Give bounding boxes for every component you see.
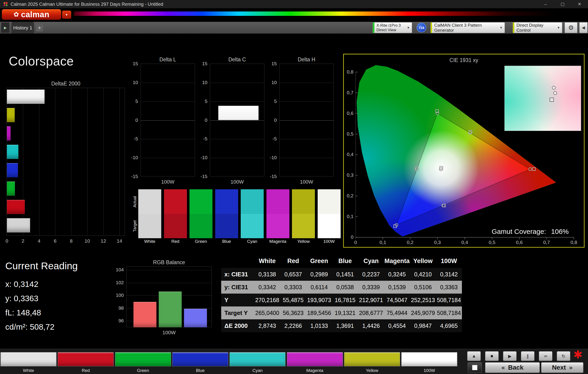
pattern-button-green[interactable]: Green (115, 352, 171, 373)
play-icon: ▶ (508, 353, 512, 359)
table-cell: 55,4875 (280, 294, 306, 307)
pattern-button-label: Blue (172, 368, 228, 373)
pattern-window-button[interactable] (468, 362, 482, 373)
delta-h-ytick: 10 (262, 80, 277, 85)
table-header-yellow: Yellow (410, 254, 436, 268)
swatch-actual-cyan (241, 189, 264, 214)
chevron-down-icon: ▼ (405, 26, 412, 29)
pattern-generator-dropdown[interactable]: CalMAN Client 3 Pattern Generator ▼ (430, 22, 505, 33)
rgb-bar-blue (184, 309, 207, 327)
gear-icon: ⚙ (568, 24, 574, 32)
bottom-bar: WhiteRedGreenBlueCyanMagentaYellow100W ▲… (0, 349, 588, 374)
minimize-button[interactable]: – (537, 0, 554, 8)
pattern-swatch-red (58, 352, 114, 366)
reading-fl: fL: 148,48 (5, 306, 78, 320)
pattern-button-label: White (0, 368, 56, 373)
window-titlebar: Calman 2025 Calman Ultimate for Business… (0, 0, 588, 8)
eject-button[interactable]: ▲ (467, 351, 481, 361)
chevron-down-icon: ▼ (555, 26, 562, 29)
delta-c-ytick: -15 (193, 174, 207, 179)
table-cell: 0,5106 (410, 281, 436, 294)
table-cell: 0,1451 (332, 268, 358, 281)
gridline (39, 88, 39, 235)
pause-button[interactable]: ∥ (521, 351, 535, 361)
delta-h-ytick: 15 (262, 61, 277, 66)
panel-expand-button[interactable]: ▶ (1, 22, 10, 33)
delta-l-ytick: 5 (123, 98, 138, 104)
page-title: Colorspace (9, 54, 74, 68)
pattern-swatch-100w (401, 352, 457, 366)
tab-history-1[interactable]: History 1 (11, 22, 34, 33)
settings-button[interactable]: ⚙ (565, 22, 578, 33)
collapse-toolbar-button[interactable]: ◀ (579, 22, 588, 33)
calman-logo-text: calman (21, 10, 49, 19)
delta-c-bar (218, 106, 259, 120)
table-cell: 16,7815 (332, 294, 358, 307)
window-title: Calman 2025 Calman Ultimate for Business… (10, 2, 163, 7)
pattern-swatch-green (115, 352, 171, 366)
pattern-button-red[interactable]: Red (58, 352, 114, 373)
delta-l-title: Delta L (141, 56, 195, 63)
meter-name-label: X-Rite i1Pro 3 (377, 23, 401, 28)
table-cell: 1,0133 (306, 319, 332, 332)
swatch-label-yellow: Yellow (290, 239, 317, 244)
measurement-table: WhiteRedGreenBlueCyanMagentaYellow100Wx:… (221, 254, 462, 332)
rgb-balance-chart: 1041021009896RGB Balance100W (126, 267, 212, 327)
reading-y: y: 0,3363 (5, 291, 78, 306)
meter-dropdown[interactable]: X-Rite i1Pro 3 Direct View ▼ (373, 22, 412, 33)
cie-xtick: 0,2 (401, 240, 420, 245)
stop-button[interactable]: ■ (485, 351, 499, 361)
delta-c-title: Delta C (210, 56, 264, 63)
rgb-ytick: 102 (109, 280, 124, 285)
delta-c-ytick: 15 (193, 61, 207, 66)
swatch-label-red: Red (162, 239, 189, 244)
inset-target-circle-2 (553, 91, 557, 95)
chevron-right-icon: » (569, 364, 573, 371)
rgb-ytick: 104 (109, 267, 124, 272)
refresh-button[interactable]: ↻ (557, 351, 570, 361)
chevron-down-icon: ▼ (497, 26, 505, 29)
swatch-target-blue (215, 214, 238, 238)
deltae-bar-white (7, 218, 30, 233)
next-button[interactable]: Next » (541, 362, 583, 373)
pattern-button-blue[interactable]: Blue (172, 352, 228, 373)
deltae-bar-blue (7, 163, 18, 177)
swatch-target-magenta (266, 214, 289, 238)
eject-icon: ▲ (472, 353, 476, 359)
deltae-bar-yellow (7, 108, 15, 122)
maximize-button[interactable]: ▢ (554, 0, 571, 8)
table-cell: 1,3691 (332, 319, 358, 332)
table-cell: 56,3623 (280, 307, 306, 319)
swatch-actual-red (164, 189, 187, 214)
pattern-button-cyan[interactable]: Cyan (230, 352, 285, 373)
cie-ytick: 0,3 (344, 172, 354, 178)
pattern-button-100w[interactable]: 100W (401, 352, 457, 373)
pattern-button-white[interactable]: White (0, 352, 56, 373)
table-cell: 208,6777 (358, 307, 384, 319)
table-cell: 0,3363 (436, 281, 462, 294)
table-header-cyan: Cyan (358, 254, 384, 268)
table-cell: 0,3245 (384, 268, 410, 281)
deltae-xtick: 4 (38, 238, 41, 244)
pattern-button-magenta[interactable]: Magenta (287, 352, 343, 373)
calman-logo-button[interactable]: ✿ calman (2, 9, 61, 20)
meter-count-badge[interactable]: 716 (417, 23, 426, 32)
play-button[interactable]: ▶ (503, 351, 516, 361)
table-cell: 0,1539 (384, 281, 410, 294)
delta-l-chart: 151050-5-10-15Delta L100W (141, 64, 195, 176)
close-button[interactable]: ✕ (571, 0, 588, 8)
delta-c-chart: 151050-5-10-15Delta C100W (210, 64, 264, 176)
deltae-xtick: 6 (54, 238, 56, 244)
add-tab-button[interactable]: + (36, 24, 43, 32)
cie-xtick: 0,1 (374, 240, 392, 245)
white-point-inset (504, 66, 581, 131)
pattern-button-yellow[interactable]: Yellow (344, 352, 400, 373)
loop-button[interactable]: ∞ (539, 351, 552, 361)
cie-xtick: 0,8 (565, 240, 583, 245)
table-header-white: White (254, 254, 280, 268)
display-control-dropdown[interactable]: Direct Display Control ▼ (513, 22, 562, 33)
back-button[interactable]: « Back (485, 362, 540, 373)
logo-dropdown-button[interactable]: ▼ (62, 11, 71, 19)
table-cell: 270,2168 (254, 294, 280, 307)
pattern-swatch-white (0, 352, 56, 366)
